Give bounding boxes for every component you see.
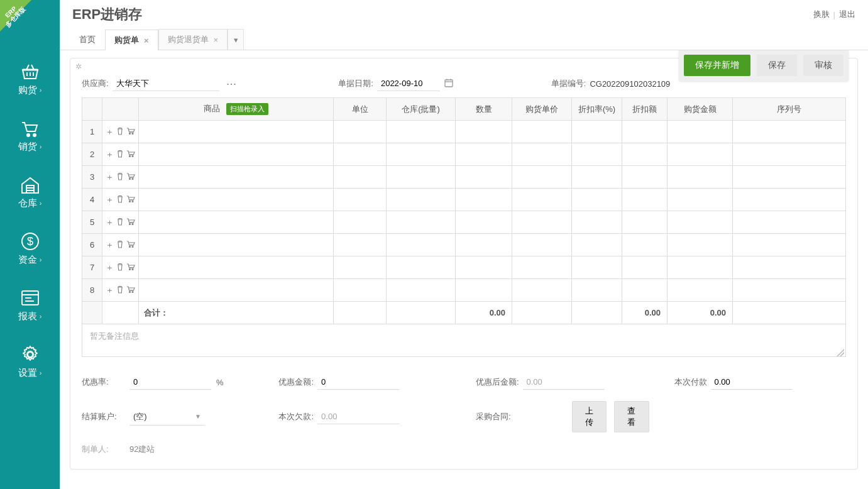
- cell-price[interactable]: [512, 256, 572, 279]
- theme-link[interactable]: 换肤: [813, 9, 830, 20]
- cell-amount[interactable]: [667, 211, 733, 234]
- cell-serial[interactable]: [733, 189, 846, 211]
- nav-settings[interactable]: 设置›: [0, 332, 60, 388]
- upload-button[interactable]: 上传: [572, 401, 607, 432]
- cell-discount-amt[interactable]: [622, 166, 667, 189]
- supplier-lookup-icon[interactable]: ···: [223, 79, 241, 89]
- cell-discount-rate[interactable]: [572, 211, 622, 234]
- delete-row-icon[interactable]: [116, 172, 124, 182]
- cell-amount[interactable]: [667, 234, 733, 256]
- cell-warehouse[interactable]: [387, 234, 456, 256]
- scan-badge[interactable]: 扫描枪录入: [226, 103, 268, 115]
- cell-serial[interactable]: [733, 279, 846, 302]
- add-row-icon[interactable]: ＋: [105, 262, 114, 273]
- supplier-input[interactable]: [113, 76, 219, 91]
- table-row[interactable]: 8＋: [82, 279, 846, 302]
- cell-serial[interactable]: [733, 143, 846, 166]
- delete-row-icon[interactable]: [116, 217, 124, 228]
- cell-warehouse[interactable]: [387, 121, 456, 143]
- tabs-more-dropdown[interactable]: ▾: [228, 29, 244, 50]
- close-icon[interactable]: ×: [214, 35, 219, 45]
- cell-product[interactable]: [139, 279, 334, 302]
- cell-qty[interactable]: [456, 121, 512, 143]
- cell-unit[interactable]: [334, 279, 387, 302]
- audit-button[interactable]: 审核: [803, 55, 843, 76]
- pick-product-icon[interactable]: [126, 172, 136, 182]
- cell-qty[interactable]: [456, 234, 512, 256]
- table-row[interactable]: 1＋: [82, 121, 846, 143]
- delete-row-icon[interactable]: [116, 240, 124, 250]
- add-row-icon[interactable]: ＋: [105, 217, 114, 228]
- table-row[interactable]: 5＋: [82, 211, 846, 234]
- tab-home[interactable]: 首页: [70, 29, 105, 50]
- add-row-icon[interactable]: ＋: [105, 239, 114, 251]
- delete-row-icon[interactable]: [116, 195, 124, 205]
- cell-product[interactable]: [139, 211, 334, 234]
- cell-discount-amt[interactable]: [622, 256, 667, 279]
- cell-warehouse[interactable]: [387, 166, 456, 189]
- delete-row-icon[interactable]: [116, 263, 124, 273]
- date-input[interactable]: [377, 76, 440, 91]
- cell-warehouse[interactable]: [387, 279, 456, 302]
- cell-price[interactable]: [512, 211, 572, 234]
- cell-discount-rate[interactable]: [572, 189, 622, 211]
- cell-unit[interactable]: [334, 143, 387, 166]
- pick-product-icon[interactable]: [126, 217, 136, 227]
- cell-discount-rate[interactable]: [572, 143, 622, 166]
- table-row[interactable]: 2＋: [82, 143, 846, 166]
- add-row-icon[interactable]: ＋: [105, 285, 114, 296]
- cell-unit[interactable]: [334, 256, 387, 279]
- cell-unit[interactable]: [334, 211, 387, 234]
- pick-product-icon[interactable]: [126, 127, 136, 136]
- nav-purchase[interactable]: 购货›: [0, 49, 60, 106]
- tab-purchase-return[interactable]: 购货退货单 ×: [158, 29, 228, 50]
- notes-area[interactable]: 暂无备注信息: [82, 324, 846, 357]
- pick-product-icon[interactable]: [126, 195, 136, 204]
- cell-price[interactable]: [512, 189, 572, 211]
- account-select[interactable]: (空) ▼: [129, 409, 205, 426]
- cell-discount-rate[interactable]: [572, 234, 622, 256]
- nav-warehouse[interactable]: 仓库›: [0, 162, 60, 219]
- cell-qty[interactable]: [456, 143, 512, 166]
- cell-price[interactable]: [512, 166, 572, 189]
- cell-warehouse[interactable]: [387, 211, 456, 234]
- cell-amount[interactable]: [667, 279, 733, 302]
- cell-amount[interactable]: [667, 121, 733, 143]
- table-row[interactable]: 6＋: [82, 234, 846, 256]
- cell-qty[interactable]: [456, 166, 512, 189]
- cell-amount[interactable]: [667, 256, 733, 279]
- cell-amount[interactable]: [667, 189, 733, 211]
- cell-product[interactable]: [139, 121, 334, 143]
- cell-product[interactable]: [139, 256, 334, 279]
- cell-price[interactable]: [512, 234, 572, 256]
- pref-amt-input[interactable]: [317, 375, 399, 390]
- delete-row-icon[interactable]: [116, 150, 124, 160]
- tab-purchase-order[interactable]: 购货单 ×: [105, 30, 158, 50]
- pick-product-icon[interactable]: [126, 150, 136, 159]
- add-row-icon[interactable]: ＋: [105, 126, 114, 138]
- cell-discount-rate[interactable]: [572, 166, 622, 189]
- cell-unit[interactable]: [334, 166, 387, 189]
- table-row[interactable]: 3＋: [82, 166, 846, 189]
- close-icon[interactable]: ×: [144, 36, 149, 45]
- cell-unit[interactable]: [334, 234, 387, 256]
- cell-qty[interactable]: [456, 189, 512, 211]
- logout-link[interactable]: 退出: [839, 9, 855, 20]
- cell-warehouse[interactable]: [387, 189, 456, 211]
- cell-qty[interactable]: [456, 279, 512, 302]
- cell-price[interactable]: [512, 121, 572, 143]
- cell-serial[interactable]: [733, 234, 846, 256]
- cell-product[interactable]: [139, 143, 334, 166]
- add-row-icon[interactable]: ＋: [105, 172, 114, 183]
- cell-amount[interactable]: [667, 166, 733, 189]
- pick-product-icon[interactable]: [126, 285, 136, 295]
- cell-product[interactable]: [139, 189, 334, 211]
- cell-discount-amt[interactable]: [622, 189, 667, 211]
- cell-qty[interactable]: [456, 211, 512, 234]
- cell-qty[interactable]: [456, 256, 512, 279]
- cell-unit[interactable]: [334, 189, 387, 211]
- cell-unit[interactable]: [334, 121, 387, 143]
- delete-row-icon[interactable]: [116, 285, 124, 295]
- cell-warehouse[interactable]: [387, 256, 456, 279]
- table-row[interactable]: 4＋: [82, 189, 846, 211]
